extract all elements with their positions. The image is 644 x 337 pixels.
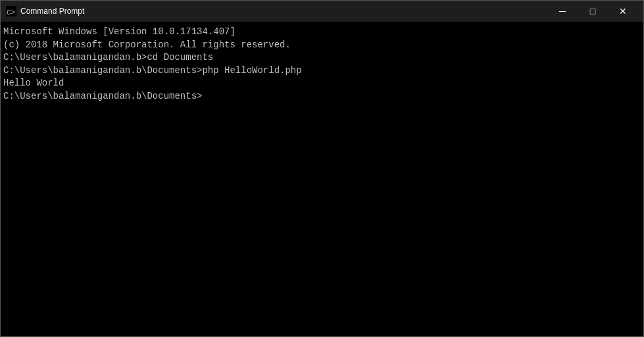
minimize-button[interactable]: ─: [547, 1, 578, 22]
app-icon: C>: [6, 6, 16, 16]
window-controls: ─ □ ✕: [547, 1, 638, 22]
svg-text:C>: C>: [7, 9, 15, 16]
maximize-button[interactable]: □: [578, 1, 608, 22]
window-title: Command Prompt: [20, 7, 547, 16]
command-prompt-window: C> Command Prompt ─ □ ✕ Microsoft Window…: [0, 0, 644, 337]
console-body[interactable]: Microsoft Windows [Version 10.0.17134.40…: [1, 22, 643, 336]
title-bar: C> Command Prompt ─ □ ✕: [1, 1, 643, 22]
console-output: Microsoft Windows [Version 10.0.17134.40…: [3, 26, 641, 103]
close-button[interactable]: ✕: [608, 1, 638, 22]
